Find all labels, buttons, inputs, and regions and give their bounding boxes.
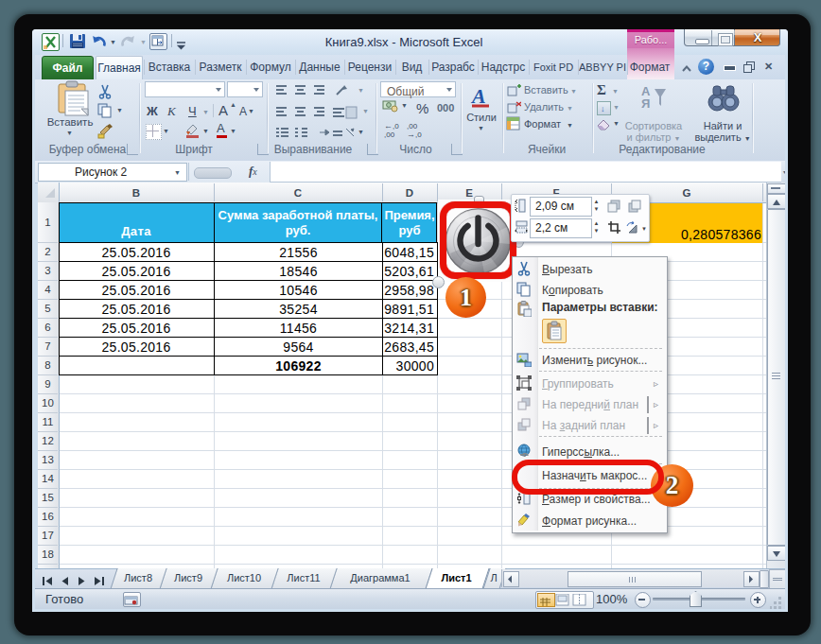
svg-text:A: A [470,84,486,108]
svg-text:Я: Я [641,96,650,111]
